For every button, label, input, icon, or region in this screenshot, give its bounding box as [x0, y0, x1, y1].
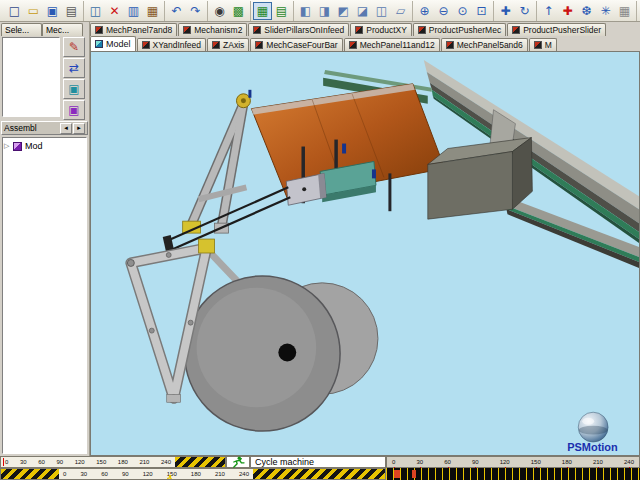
view-front-icon[interactable]: ◩: [334, 2, 353, 20]
tab-mechanism2[interactable]: Mechanism2: [178, 23, 247, 36]
assembly-cube-icon: [13, 142, 22, 151]
save-icon[interactable]: ▣: [43, 2, 62, 20]
cycle-ruler-numbers: 0306090120150180210240: [387, 457, 639, 467]
tab-mechpanel11and12[interactable]: MechPanel11and12: [344, 38, 440, 51]
zoom-out-icon[interactable]: ⊖: [434, 2, 453, 20]
undo-icon[interactable]: ↶: [167, 2, 186, 20]
tab-productxy[interactable]: ProductXY: [350, 23, 412, 36]
redo-icon[interactable]: ↷: [186, 2, 205, 20]
snap-icon[interactable]: ❆: [577, 2, 596, 20]
tab-xyandinfeed[interactable]: XYandInfeed: [137, 38, 207, 51]
mechanism-tab-icon: [534, 41, 542, 49]
assembly-spin-left-button[interactable]: ◂: [60, 123, 72, 134]
assembly-spin-right-button[interactable]: ▸: [73, 123, 85, 134]
zoom-window-icon[interactable]: ⊡: [472, 2, 491, 20]
ruler-number: 0: [5, 459, 8, 465]
runner-marker-icon[interactable]: [163, 470, 175, 480]
toolbar-group: ⊕⊖⊙⊡: [413, 1, 494, 21]
3d-viewport[interactable]: PSMotion: [90, 51, 640, 456]
toolbar-group: □▭▣▤: [3, 1, 84, 21]
assembly-tree[interactable]: ▷ Mod: [2, 137, 87, 454]
ruler-number: 240: [161, 459, 171, 465]
timeline: 0306090120150180210240 Cycle machine 030…: [0, 456, 640, 480]
move-up-icon[interactable]: ↑: [539, 2, 558, 20]
tab-productpusherslider[interactable]: ProductPusherSlider: [507, 23, 606, 36]
copy-icon[interactable]: ▥: [124, 2, 143, 20]
tab-label: MechPanel11and12: [360, 40, 435, 50]
mechanism-tab-icon: [355, 26, 363, 34]
timeline-tape-bottom[interactable]: 0306090120150180210240: [0, 468, 386, 480]
ruler-number: 30: [416, 459, 423, 465]
tab-productpushermec[interactable]: ProductPusherMec: [413, 23, 506, 36]
data-table-icon[interactable]: ▦: [253, 2, 272, 20]
timeline-tape-top[interactable]: 0306090120150180210240: [0, 456, 226, 468]
tab-label: M: [545, 40, 552, 50]
paste-icon[interactable]: ▦: [143, 2, 162, 20]
ruler-number: 120: [143, 471, 153, 477]
hazard-stripes: [175, 457, 225, 467]
tab-mechpanel7and8[interactable]: MechPanel7and8: [90, 23, 177, 36]
mechanism-tab-icon: [253, 26, 261, 34]
ruler-number: 180: [118, 459, 128, 465]
tree-item-model[interactable]: ▷ Mod: [4, 140, 85, 152]
ruler-number: 120: [500, 459, 510, 465]
cycle-red-segment: [412, 470, 416, 478]
ruler-number: 0: [392, 459, 395, 465]
cycle-name-field[interactable]: Cycle machine: [250, 456, 386, 468]
tab-label: XYandInfeed: [153, 40, 202, 50]
tab-mechpanel5and6[interactable]: MechPanel5and6: [441, 38, 528, 51]
new-icon[interactable]: □: [5, 2, 24, 20]
cycle-ruler[interactable]: 0306090120150180210240: [386, 456, 640, 468]
settings-icon[interactable]: ✳: [596, 2, 615, 20]
tab-label: MechPanel7and8: [106, 25, 172, 35]
toolbar-group: ↑✚❆✳▦: [537, 1, 637, 21]
rotate-view-icon[interactable]: ↻: [515, 2, 534, 20]
tree-expand-icon[interactable]: ▷: [4, 142, 12, 150]
toolbar: □▭▣▤◫✕▥▦↶↷◉▩▦▤◧◨◩◪◫▱⊕⊖⊙⊡✚↻↑✚❆✳▦: [0, 0, 640, 22]
delete-icon[interactable]: ✕: [105, 2, 124, 20]
mechanism-tab-icon: [418, 26, 426, 34]
view-side-icon[interactable]: ◫: [372, 2, 391, 20]
tab-zaxis[interactable]: ZAxis: [207, 38, 249, 51]
open-icon[interactable]: ▭: [24, 2, 43, 20]
ruler-number: 0: [63, 471, 66, 477]
application-window: □▭▣▤◫✕▥▦↶↷◉▩▦▤◧◨◩◪◫▱⊕⊖⊙⊡✚↻↑✚❆✳▦ MechPane…: [0, 0, 640, 480]
measure-axis-icon[interactable]: ⇄: [63, 58, 85, 78]
pan-icon[interactable]: ✚: [496, 2, 515, 20]
tab-label: MechPanel5and6: [457, 40, 523, 50]
grid-icon[interactable]: ▦: [615, 2, 634, 20]
export-icon[interactable]: ◫: [86, 2, 105, 20]
zoom-in-icon[interactable]: ⊕: [415, 2, 434, 20]
toolbar-group: ◫✕▥▦: [84, 1, 165, 21]
chart-icon[interactable]: ▤: [272, 2, 291, 20]
print-icon[interactable]: ▤: [62, 2, 81, 20]
tab-m[interactable]: M: [529, 38, 557, 51]
view-iso-icon[interactable]: ▱: [391, 2, 410, 20]
ruler-number: 210: [139, 459, 149, 465]
add-icon[interactable]: ✚: [558, 2, 577, 20]
ruler-number: 30: [20, 459, 27, 465]
sketch-pencil-icon[interactable]: ✎: [63, 37, 85, 57]
3d-scene: PSMotion: [91, 52, 639, 455]
mechanism-tab-row-2: ModelXYandInfeedZAxisMechCaseFourBarMech…: [90, 36, 640, 51]
sidebar-tab-select[interactable]: Sele...: [1, 23, 42, 36]
timeline-row-bottom: 0306090120150180210240: [0, 468, 640, 480]
camera-icon[interactable]: ◉: [210, 2, 229, 20]
zoom-extents-icon[interactable]: ⊙: [453, 2, 472, 20]
assembly-cube-icon[interactable]: ▣: [63, 100, 85, 120]
ruler-number: 60: [38, 459, 45, 465]
view-back-icon[interactable]: ◪: [353, 2, 372, 20]
psmotion-logo-text: PSMotion: [567, 441, 617, 453]
tab-mechcasefourbar[interactable]: MechCaseFourBar: [250, 38, 342, 51]
selection-list[interactable]: [2, 37, 60, 117]
render-icon[interactable]: ▩: [229, 2, 248, 20]
window-cascade-icon[interactable]: ◧: [296, 2, 315, 20]
tab-sliderpillarsoninfeed[interactable]: SliderPillarsOnInfeed: [248, 23, 349, 36]
window-tile-icon[interactable]: ◨: [315, 2, 334, 20]
sidebar-tab-mechanism[interactable]: Mec...: [42, 23, 83, 36]
cycle-track-bar[interactable]: [386, 468, 640, 480]
run-cycle-button[interactable]: [226, 456, 250, 468]
solid-cube-icon[interactable]: ▣: [63, 79, 85, 99]
tab-model[interactable]: Model: [90, 36, 136, 51]
tab-label: MechCaseFourBar: [266, 40, 337, 50]
